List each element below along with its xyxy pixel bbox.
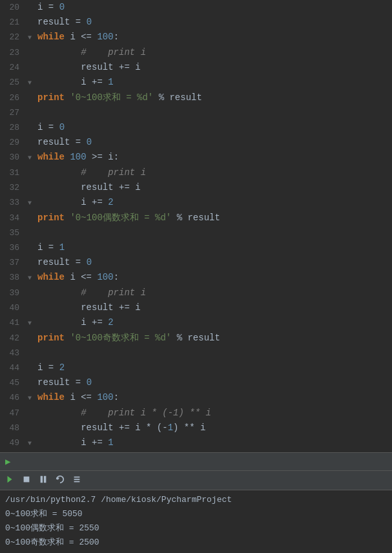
code-content: i = 2 <box>35 360 392 375</box>
code-content: i = 0 <box>35 0 392 14</box>
code-content: # print i <box>35 286 392 300</box>
code-line: 32 result += i <box>0 180 392 195</box>
code-content: result += i <box>35 300 392 315</box>
code-line: 29result = 0 <box>0 135 392 150</box>
line-number: 33 <box>0 196 25 210</box>
line-number: 37 <box>0 256 25 270</box>
svg-rect-7 <box>74 481 80 483</box>
line-number: 44 <box>0 361 25 375</box>
fold-arrow[interactable]: ▼ <box>28 391 32 406</box>
gutter: ▼ <box>25 76 35 90</box>
line-number: 26 <box>0 91 25 105</box>
line-number: 46 <box>0 391 25 405</box>
code-content: i = 0 <box>35 120 392 134</box>
code-line: 21result = 0 <box>0 15 392 30</box>
fold-arrow[interactable]: ▼ <box>28 271 32 286</box>
line-number: 35 <box>0 226 25 240</box>
code-line: 30▼while 100 >= i: <box>0 150 392 165</box>
rerun-button[interactable] <box>53 474 67 487</box>
svg-rect-2 <box>41 476 43 483</box>
code-line: 26print '0~100求和 = %d' % result <box>0 90 392 105</box>
gutter: ▼ <box>25 196 35 211</box>
code-line: 24 result += i <box>0 60 392 75</box>
code-content: # print i <box>35 165 392 180</box>
console-output: /usr/bin/python2.7 /home/kiosk/PycharmPr… <box>0 490 392 553</box>
code-content: print '0~100求和 = %d' % result <box>35 90 392 105</box>
line-number: 36 <box>0 241 25 255</box>
code-line: 44i = 2 <box>0 360 392 375</box>
code-line: 43 <box>0 346 392 360</box>
line-number: 23 <box>0 46 25 60</box>
code-content: i += 2 <box>35 195 392 209</box>
fold-arrow[interactable]: ▼ <box>28 437 32 451</box>
line-number: 45 <box>0 376 25 390</box>
code-content: print '0~100偶数求和 = %d' % result <box>35 211 392 225</box>
console-command: /usr/bin/python2.7 /home/kiosk/PycharmPr… <box>5 493 387 507</box>
fold-arrow[interactable]: ▼ <box>28 151 32 165</box>
code-line: 49▼ i += 1 <box>0 435 392 451</box>
line-number: 31 <box>0 166 25 180</box>
run-bar: ▶ <box>0 452 392 470</box>
gutter: ▼ <box>25 31 35 45</box>
fold-arrow[interactable]: ▼ <box>28 76 32 90</box>
code-content: i += 1 <box>35 75 392 89</box>
code-line: 31 # print i <box>0 165 392 180</box>
stop-button[interactable] <box>19 474 34 487</box>
code-line: 45result = 0 <box>0 375 392 390</box>
run-button[interactable] <box>3 474 17 487</box>
output-line-2: 0~100偶数求和 = 2550 <box>5 521 387 536</box>
code-line: 23 # print i <box>0 45 392 60</box>
line-number: 41 <box>0 316 25 330</box>
code-content: result = 0 <box>35 135 392 149</box>
output-line-1: 0~100求和 = 5050 <box>5 507 387 521</box>
output-line-4: 2-3+4-5...100 = 51 <box>5 550 387 553</box>
line-number: 38 <box>0 271 25 285</box>
code-line: 42print '0~100奇数求和 = %d' % result <box>0 331 392 346</box>
code-line: 20i = 0 <box>0 0 392 15</box>
line-number: 20 <box>0 1 25 15</box>
line-number: 39 <box>0 286 25 300</box>
svg-rect-1 <box>24 477 30 483</box>
code-line: 27 <box>0 105 392 120</box>
code-content <box>35 225 392 240</box>
code-line: 47 # print i * (-1) ** i <box>0 406 392 421</box>
run-icon: ▶ <box>5 456 10 467</box>
line-number: 28 <box>0 121 25 135</box>
pause-button[interactable] <box>36 474 50 487</box>
line-number: 27 <box>0 106 25 120</box>
line-number: 40 <box>0 301 25 315</box>
fold-arrow[interactable]: ▼ <box>28 317 32 331</box>
fold-arrow[interactable]: ▼ <box>28 196 32 211</box>
console-toolbar <box>0 471 392 490</box>
console-area: /usr/bin/python2.7 /home/kiosk/PycharmPr… <box>0 470 392 553</box>
output-line-3: 0~100奇数求和 = 2500 <box>5 536 387 550</box>
code-line: 36i = 1 <box>0 240 392 255</box>
code-content: while 100 >= i: <box>35 150 392 164</box>
code-line: 34print '0~100偶数求和 = %d' % result <box>0 211 392 225</box>
code-line: 35 <box>0 225 392 240</box>
line-number: 48 <box>0 421 25 435</box>
code-content <box>35 105 392 120</box>
line-number: 34 <box>0 211 25 225</box>
line-number: 47 <box>0 406 25 421</box>
settings-button[interactable] <box>70 474 84 487</box>
gutter: ▼ <box>25 317 35 331</box>
svg-rect-5 <box>74 477 80 478</box>
code-content: result += i <box>35 60 392 74</box>
code-line: 28i = 0 <box>0 120 392 135</box>
code-content: while i <= 100: <box>35 30 392 44</box>
line-number: 21 <box>0 16 25 30</box>
line-number: 49 <box>0 436 25 450</box>
code-content: result = 0 <box>35 255 392 269</box>
code-line: 50print '2-3+4-5...100 = %d' % result <box>0 451 392 452</box>
code-content: i += 2 <box>35 315 392 329</box>
code-line: 41▼ i += 2 <box>0 315 392 331</box>
code-content: result += i <box>35 180 392 194</box>
fold-arrow[interactable]: ▼ <box>28 31 32 45</box>
line-number: 50 <box>0 452 25 452</box>
code-line: 37result = 0 <box>0 255 392 270</box>
code-content: result = 0 <box>35 15 392 29</box>
code-editor: 20i = 021result = 022▼while i <= 100:23 … <box>0 0 392 452</box>
code-content: result = 0 <box>35 375 392 390</box>
svg-rect-3 <box>44 476 46 483</box>
